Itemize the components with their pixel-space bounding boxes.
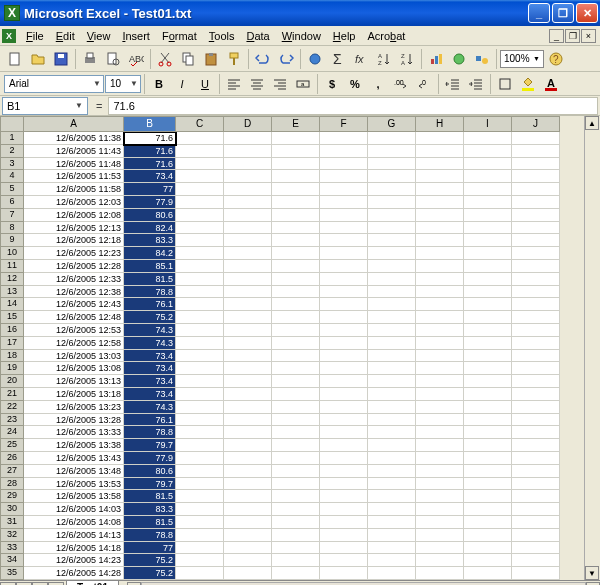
cell-A28[interactable]: 12/6/2005 13:53 — [24, 478, 124, 491]
cell-J11[interactable] — [512, 260, 560, 273]
cell-C24[interactable] — [176, 426, 224, 439]
cell-E6[interactable] — [272, 196, 320, 209]
cell-D28[interactable] — [224, 478, 272, 491]
cell-H18[interactable] — [416, 350, 464, 363]
cell-B11[interactable]: 85.1 — [124, 260, 176, 273]
cell-D17[interactable] — [224, 337, 272, 350]
cell-C35[interactable] — [176, 567, 224, 580]
paste-button[interactable] — [200, 48, 222, 70]
help-button[interactable]: ? — [545, 48, 567, 70]
cell-J34[interactable] — [512, 554, 560, 567]
cell-B15[interactable]: 75.2 — [124, 311, 176, 324]
cell-C28[interactable] — [176, 478, 224, 491]
cell-C9[interactable] — [176, 234, 224, 247]
cell-E20[interactable] — [272, 375, 320, 388]
cell-D5[interactable] — [224, 183, 272, 196]
cell-A20[interactable]: 12/6/2005 13:13 — [24, 375, 124, 388]
cell-E2[interactable] — [272, 145, 320, 158]
cell-I22[interactable] — [464, 401, 512, 414]
cell-A31[interactable]: 12/6/2005 14:08 — [24, 516, 124, 529]
cell-J14[interactable] — [512, 298, 560, 311]
cell-A21[interactable]: 12/6/2005 13:18 — [24, 388, 124, 401]
cell-A2[interactable]: 12/6/2005 11:43 — [24, 145, 124, 158]
cell-E13[interactable] — [272, 286, 320, 299]
cut-button[interactable] — [154, 48, 176, 70]
cell-J25[interactable] — [512, 439, 560, 452]
cell-G34[interactable] — [368, 554, 416, 567]
cell-D23[interactable] — [224, 414, 272, 427]
cell-F1[interactable] — [320, 132, 368, 145]
cell-G13[interactable] — [368, 286, 416, 299]
column-header-J[interactable]: J — [512, 116, 560, 132]
cell-A5[interactable]: 12/6/2005 11:58 — [24, 183, 124, 196]
cell-E25[interactable] — [272, 439, 320, 452]
menu-edit[interactable]: Edit — [50, 28, 81, 44]
cell-E34[interactable] — [272, 554, 320, 567]
cell-B27[interactable]: 80.6 — [124, 465, 176, 478]
cell-A19[interactable]: 12/6/2005 13:08 — [24, 362, 124, 375]
cell-G15[interactable] — [368, 311, 416, 324]
cell-E3[interactable] — [272, 158, 320, 171]
cells-area[interactable]: 112/6/2005 11:3871.6212/6/2005 11:4371.6… — [0, 132, 584, 580]
cell-E24[interactable] — [272, 426, 320, 439]
italic-button[interactable]: I — [171, 73, 193, 95]
cell-J23[interactable] — [512, 414, 560, 427]
cell-A33[interactable]: 12/6/2005 14:18 — [24, 542, 124, 555]
cell-H3[interactable] — [416, 158, 464, 171]
cell-D12[interactable] — [224, 273, 272, 286]
cell-G9[interactable] — [368, 234, 416, 247]
app-icon[interactable]: X — [4, 5, 20, 21]
cell-B23[interactable]: 76.1 — [124, 414, 176, 427]
cell-D24[interactable] — [224, 426, 272, 439]
cell-A8[interactable]: 12/6/2005 12:13 — [24, 222, 124, 235]
cell-I30[interactable] — [464, 503, 512, 516]
row-header-6[interactable]: 6 — [0, 196, 24, 209]
cell-F17[interactable] — [320, 337, 368, 350]
cell-H27[interactable] — [416, 465, 464, 478]
cell-D7[interactable] — [224, 209, 272, 222]
cell-B25[interactable]: 79.7 — [124, 439, 176, 452]
cell-C19[interactable] — [176, 362, 224, 375]
menu-tools[interactable]: Tools — [203, 28, 241, 44]
cell-H28[interactable] — [416, 478, 464, 491]
cell-J15[interactable] — [512, 311, 560, 324]
cell-E18[interactable] — [272, 350, 320, 363]
font-size-combo[interactable]: 10▼ — [105, 75, 141, 93]
cell-C6[interactable] — [176, 196, 224, 209]
select-all-corner[interactable] — [0, 116, 24, 132]
mdi-close[interactable]: × — [581, 29, 596, 43]
cell-J2[interactable] — [512, 145, 560, 158]
cell-E5[interactable] — [272, 183, 320, 196]
cell-H29[interactable] — [416, 490, 464, 503]
cell-A6[interactable]: 12/6/2005 12:03 — [24, 196, 124, 209]
map-button[interactable] — [448, 48, 470, 70]
row-header-21[interactable]: 21 — [0, 388, 24, 401]
cell-F28[interactable] — [320, 478, 368, 491]
cell-D4[interactable] — [224, 170, 272, 183]
mdi-restore[interactable]: ❐ — [565, 29, 580, 43]
cell-C8[interactable] — [176, 222, 224, 235]
cell-C30[interactable] — [176, 503, 224, 516]
cell-E10[interactable] — [272, 247, 320, 260]
cell-I32[interactable] — [464, 529, 512, 542]
cell-A23[interactable]: 12/6/2005 13:28 — [24, 414, 124, 427]
cell-G6[interactable] — [368, 196, 416, 209]
cell-H17[interactable] — [416, 337, 464, 350]
align-center-button[interactable] — [246, 73, 268, 95]
cell-A25[interactable]: 12/6/2005 13:38 — [24, 439, 124, 452]
cell-E14[interactable] — [272, 298, 320, 311]
cell-J13[interactable] — [512, 286, 560, 299]
cell-G25[interactable] — [368, 439, 416, 452]
cell-D22[interactable] — [224, 401, 272, 414]
cell-I14[interactable] — [464, 298, 512, 311]
cell-B10[interactable]: 84.2 — [124, 247, 176, 260]
cell-J10[interactable] — [512, 247, 560, 260]
cell-I27[interactable] — [464, 465, 512, 478]
cell-A18[interactable]: 12/6/2005 13:03 — [24, 350, 124, 363]
cell-H31[interactable] — [416, 516, 464, 529]
cell-G22[interactable] — [368, 401, 416, 414]
cell-C21[interactable] — [176, 388, 224, 401]
cell-B19[interactable]: 73.4 — [124, 362, 176, 375]
cell-B31[interactable]: 81.5 — [124, 516, 176, 529]
row-header-18[interactable]: 18 — [0, 350, 24, 363]
